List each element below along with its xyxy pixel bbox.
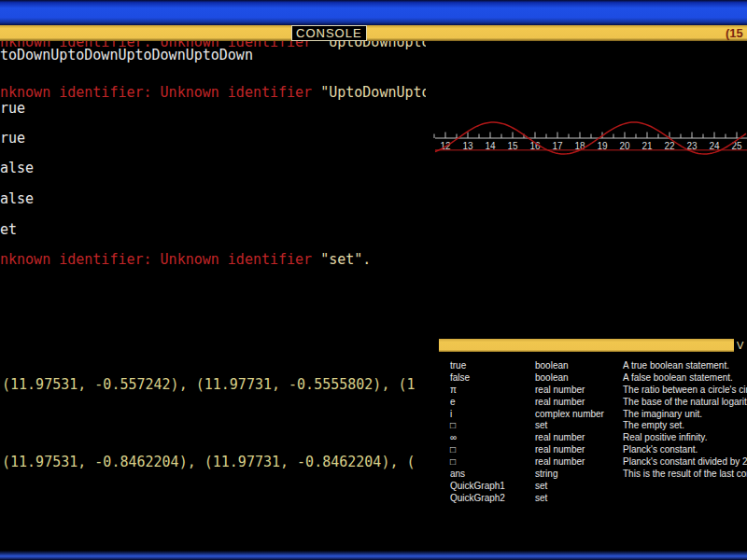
console-text-segment: "UptoDownUptoDownUptoDownUptoDown". <box>320 84 426 101</box>
console-line: toDownUptoDownUptoDownUptoDown <box>0 48 253 63</box>
console-line: et <box>0 222 17 237</box>
variables-table: truebooleanA true boolean statement.fals… <box>448 360 747 505</box>
variable-name: □ <box>450 420 456 430</box>
variable-description: Real positive infinity. <box>623 432 707 442</box>
variable-type: complex number <box>535 409 604 419</box>
console-output-pane[interactable]: nknown identifier: Unknown identifier "U… <box>0 41 426 519</box>
variable-row[interactable]: □real numberPlanck's constant divided by… <box>448 456 747 469</box>
console-line: nknown identifier: Unknown identifier "U… <box>0 85 426 100</box>
variable-description: This is the result of the last computati… <box>623 469 747 479</box>
variable-type: real number <box>535 432 585 442</box>
variable-name: ∞ <box>450 432 457 442</box>
quickgraph-plot[interactable]: 1213141516171819202122232425 <box>430 110 747 164</box>
variable-row[interactable]: ∞real numberReal positive infinity. <box>448 432 747 444</box>
variable-description: A true boolean statement. <box>623 360 729 371</box>
variable-type: set <box>535 493 547 503</box>
console-title-bar: CONSOLE (15 <box>0 25 747 41</box>
console-text-segment: nknown identifier: Unknown identifier <box>0 251 320 268</box>
variable-description: The base of the natural logarithm. <box>623 397 747 407</box>
console-line: alse <box>0 161 34 175</box>
x-tick-label: 15 <box>507 141 518 151</box>
variable-type: set <box>535 420 547 430</box>
variable-name: π <box>450 385 457 395</box>
x-tick-label: 17 <box>552 141 563 151</box>
variable-type: string <box>535 469 557 479</box>
window-bottom-bar <box>0 551 747 560</box>
variable-name: false <box>450 372 470 383</box>
window-top-bar <box>0 0 747 25</box>
console-text-segment: (11.97531, -0.8462204), (11.97731, -0.84… <box>2 454 416 470</box>
console-title-right-text: (15 <box>726 26 743 40</box>
x-tick-label: 24 <box>709 141 720 151</box>
console-text-segment: alse <box>0 190 34 207</box>
variable-name: i <box>450 409 452 419</box>
variable-row[interactable]: icomplex numberThe imaginary unit. <box>448 409 747 421</box>
variable-type: real number <box>535 385 585 395</box>
console-text-segment: rue <box>0 130 25 147</box>
variable-description: The imaginary unit. <box>623 409 702 419</box>
variables-panel-header: V <box>439 339 747 352</box>
variable-name: e <box>450 397 456 407</box>
variable-row[interactable]: ereal numberThe base of the natural loga… <box>448 397 747 409</box>
console-text-segment: et <box>0 221 17 238</box>
console-text-segment: toDownUptoDownUptoDownUptoDown <box>0 47 253 63</box>
variable-name: □ <box>450 456 456 467</box>
variable-name: true <box>450 360 466 371</box>
variable-description: Planck's constant. <box>623 444 698 455</box>
console-line: alse <box>0 191 34 206</box>
variable-name: QuickGraph2 <box>450 493 505 503</box>
variable-type: real number <box>535 456 585 467</box>
console-text-segment: "set". <box>320 251 371 268</box>
calculator-app-screen: { "window": { "console_title": "CONSOLE"… <box>0 0 747 560</box>
console-text-segment: alse <box>0 160 34 176</box>
variable-type: boolean <box>535 360 569 371</box>
variable-row[interactable]: ansstringThis is the result of the last … <box>448 469 747 481</box>
x-tick-label: 22 <box>664 141 675 151</box>
console-text-segment: (11.97531, -0.557242), (11.97731, -0.555… <box>2 376 416 393</box>
variable-type: boolean <box>535 372 569 383</box>
variable-row[interactable]: QuickGraph1set <box>448 481 747 493</box>
variable-row[interactable]: truebooleanA true boolean statement. <box>448 360 747 372</box>
variable-row[interactable]: QuickGraph2set <box>448 493 747 505</box>
variable-description: Planck's constant divided by 2π. <box>623 456 747 467</box>
variables-panel-title: V <box>734 339 747 352</box>
console-line: (11.97531, -0.8462204), (11.97731, -0.84… <box>2 455 416 469</box>
variable-description: A false boolean statement. <box>623 372 733 383</box>
variable-row[interactable]: □real numberPlanck's constant. <box>448 444 747 456</box>
console-title: CONSOLE <box>291 25 367 41</box>
variable-type: real number <box>535 397 585 407</box>
console-text-segment: rue <box>0 100 25 117</box>
console-line: rue <box>0 101 25 116</box>
console-line: nknown identifier: Unknown identifier "s… <box>0 252 371 267</box>
variable-name: ans <box>450 469 465 479</box>
variable-description: The empty set. <box>623 420 684 430</box>
variable-row[interactable]: πreal numberThe ratio between a circle's… <box>448 385 747 397</box>
x-tick-label: 19 <box>597 141 608 151</box>
variable-row[interactable]: □setThe empty set. <box>448 420 747 432</box>
console-line: (11.97531, -0.557242), (11.97731, -0.555… <box>2 377 416 392</box>
console-line: rue <box>0 131 25 146</box>
variable-type: set <box>535 481 547 491</box>
x-tick-label: 21 <box>641 141 653 151</box>
variable-row[interactable]: falsebooleanA false boolean statement. <box>448 372 747 385</box>
x-tick-label: 20 <box>619 141 630 151</box>
variable-name: □ <box>450 444 456 455</box>
variable-name: QuickGraph1 <box>450 481 505 491</box>
variable-type: real number <box>535 444 585 455</box>
variable-description: The ratio between a circle's circumferen… <box>623 385 747 395</box>
console-text-segment: nknown identifier: Unknown identifier <box>0 84 320 101</box>
x-tick-label: 14 <box>485 141 496 151</box>
console-text-segment: "UptoDownUptoDownUptoDownUptoDown". <box>320 41 426 50</box>
x-tick-label: 13 <box>462 141 473 151</box>
